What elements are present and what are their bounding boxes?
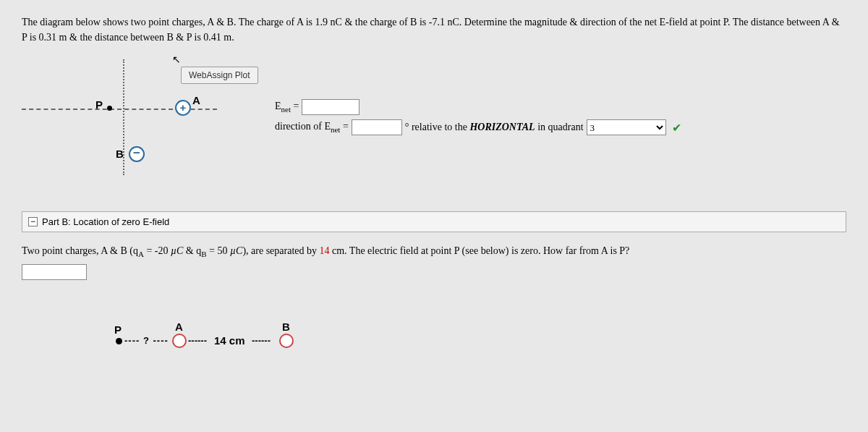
diagram-a: ↖ WebAssign Plot P + A − B [22, 59, 275, 190]
db-label-b: B [282, 321, 290, 333]
db-point-p [116, 338, 122, 344]
direction-line: direction of Enet = ° relative to the HO… [275, 119, 681, 135]
webassign-plot-button[interactable]: WebAssign Plot [181, 67, 258, 84]
db-label-a: A [175, 321, 183, 333]
enet-input[interactable] [302, 99, 359, 115]
db-distance-label: 14 cm [214, 334, 245, 347]
point-p [107, 106, 112, 111]
db-label-p: P [114, 323, 122, 336]
part-b-header[interactable]: − Part B: Location of zero E-field [22, 211, 846, 232]
charge-b-icon: − [129, 146, 145, 162]
part-a-container: ↖ WebAssign Plot P + A − B Enet = direct… [0, 52, 868, 197]
distance-input[interactable] [22, 264, 87, 280]
label-p: P [95, 98, 103, 111]
direction-input[interactable] [352, 119, 402, 135]
direction-label: direction of Enet = [275, 121, 349, 134]
check-icon: ✔ [672, 121, 681, 135]
label-b: B [116, 148, 124, 160]
quadrant-select[interactable]: 3 [587, 119, 666, 135]
part-b-text: Two point charges, A & B (qA = -20 µC & … [22, 245, 629, 256]
db-charge-a-icon [172, 334, 187, 348]
answers-a: Enet = direction of Enet = ° relative to… [275, 59, 681, 140]
part-b-body: Two point charges, A & B (qA = -20 µC & … [0, 232, 868, 381]
charge-a-icon: + [175, 100, 191, 116]
cursor-icon: ↖ [172, 54, 181, 65]
problem-intro: The diagram below shows two point charge… [0, 0, 868, 52]
degree-text: ° relative to the HORIZONTAL in quadrant [405, 122, 584, 133]
diagram-b: P A 14 cm B [116, 316, 333, 374]
collapse-icon[interactable]: − [28, 217, 38, 226]
enet-label: Enet = [275, 101, 299, 114]
label-a: A [192, 94, 200, 106]
part-b-title: Part B: Location of zero E-field [42, 216, 169, 227]
enet-line: Enet = [275, 99, 681, 115]
db-charge-b-icon [279, 334, 294, 348]
